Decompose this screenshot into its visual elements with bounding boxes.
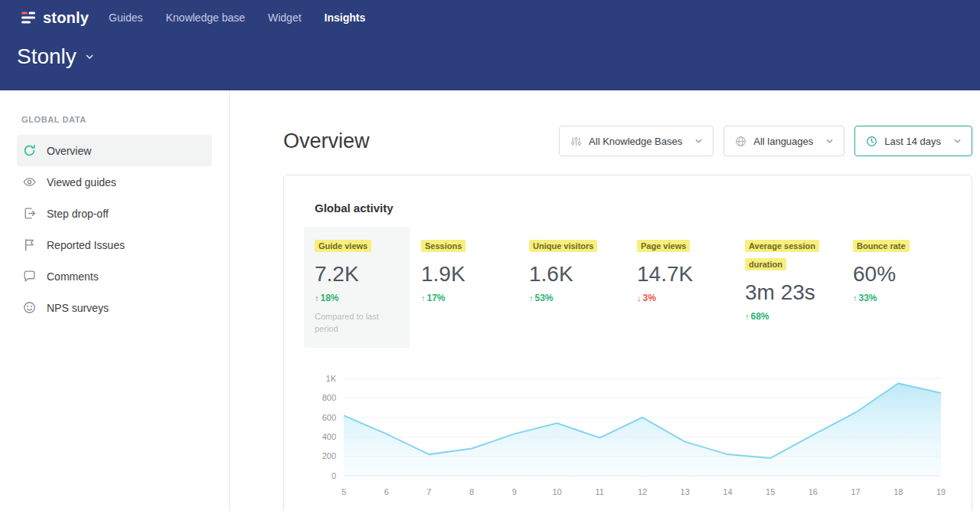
chart-plot-area: 5678910111213141516171819 — [344, 374, 941, 501]
metric-label: Bounce rate — [853, 240, 910, 252]
x-tick-label: 13 — [681, 487, 690, 496]
sidebar-item-step-drop-off[interactable]: Step drop-off — [17, 198, 212, 229]
metric-value: 7.2K — [315, 262, 399, 287]
x-tick-label: 16 — [808, 487, 818, 496]
eye-icon — [23, 175, 36, 188]
activity-chart-block: 02004006008001K 567891011121314151617181… — [315, 374, 941, 501]
sidebar-item-viewed-guides[interactable]: Viewed guides — [17, 166, 212, 198]
metric-change: ↑53% — [529, 293, 615, 303]
x-tick-label: 14 — [723, 487, 732, 496]
globe-icon — [735, 136, 746, 147]
x-tick-label: 10 — [552, 487, 561, 496]
activity-icon — [23, 144, 36, 157]
nav-item-guides[interactable]: Guides — [109, 11, 142, 24]
y-tick-label: 1K — [326, 374, 336, 383]
sidebar-item-nps-surveys[interactable]: NPS surveys — [17, 292, 212, 323]
sidebar-section-label: GLOBAL DATA — [21, 115, 229, 124]
metric-label: Sessions — [421, 240, 466, 252]
arrow-up-icon: ↑ — [421, 293, 426, 303]
metric-label: Unique visitors — [529, 240, 597, 252]
x-tick-label: 17 — [851, 487, 860, 496]
knowledge-bases-dropdown[interactable]: All Knowledge Bases — [559, 126, 714, 156]
x-tick-label: 18 — [893, 487, 903, 496]
date-range-dropdown[interactable]: Last 14 days — [854, 126, 972, 156]
sidebar-item-reported-issues[interactable]: Reported Issues — [17, 229, 212, 260]
y-tick-label: 800 — [322, 393, 336, 402]
comment-icon — [23, 270, 36, 283]
x-tick-label: 11 — [596, 487, 604, 496]
metric-bounce-rate[interactable]: Bounce rate 60% ↑33% — [853, 236, 939, 303]
x-tick-label: 9 — [512, 487, 517, 496]
metric-label: Page views — [637, 240, 690, 252]
metric-average-session-duration[interactable]: Average session duration 3m 23s ↑68% — [745, 236, 831, 322]
metric-change: ↓3% — [637, 293, 723, 303]
sidebar-item-label: NPS surveys — [47, 302, 109, 314]
y-tick-label: 200 — [322, 451, 336, 460]
logo-text: stonly — [43, 9, 89, 27]
metric-value: 14.7K — [637, 262, 723, 287]
stonly-logo[interactable]: stonly — [20, 9, 89, 27]
top-nav: Guides Knowledge base Widget Insights — [109, 11, 365, 24]
arrow-down-icon: ↓ — [637, 293, 642, 303]
x-tick-label: 12 — [638, 487, 647, 496]
flag-icon — [23, 238, 36, 251]
sidebar-item-overview[interactable]: Overview — [17, 135, 212, 166]
arrow-up-icon: ↑ — [853, 293, 858, 303]
metric-guide-views[interactable]: Guide views 7.2K ↑18% Compared to last p… — [304, 227, 410, 348]
chevron-down-icon — [86, 54, 93, 59]
y-tick-label: 400 — [322, 432, 336, 441]
chevron-down-icon — [954, 139, 961, 143]
x-tick-label: 15 — [766, 487, 775, 496]
languages-dropdown[interactable]: All languages — [724, 126, 844, 156]
x-tick-label: 7 — [426, 487, 431, 496]
metric-value: 1.9K — [421, 262, 507, 287]
arrow-up-icon: ↑ — [529, 293, 534, 303]
x-tick-label: 6 — [384, 487, 389, 496]
global-activity-card: Global activity Guide views 7.2K ↑18% Co… — [283, 175, 972, 511]
nav-item-widget[interactable]: Widget — [268, 11, 302, 24]
metric-note: Compared to last period — [315, 311, 399, 336]
languages-value: All languages — [753, 136, 813, 147]
chevron-down-icon — [826, 139, 833, 143]
metric-sessions[interactable]: Sessions 1.9K ↑17% — [421, 236, 507, 303]
workspace-selector[interactable]: Stonly — [0, 32, 980, 69]
knowledge-bases-value: All Knowledge Bases — [589, 136, 682, 147]
filters: All Knowledge Bases All languages Last 1… — [559, 126, 972, 156]
activity-chart — [344, 374, 941, 477]
metric-page-views[interactable]: Page views 14.7K ↓3% — [637, 236, 723, 303]
metric-label: Average session duration — [745, 240, 819, 270]
y-tick-label: 0 — [332, 471, 336, 480]
sidebar-item-label: Comments — [47, 270, 99, 283]
top-header: stonly Guides Knowledge base Widget Insi… — [0, 0, 980, 90]
metric-change: ↑33% — [853, 293, 939, 303]
metric-unique-visitors[interactable]: Unique visitors 1.6K ↑53% — [529, 236, 615, 303]
sidebar-item-label: Step drop-off — [47, 208, 109, 220]
chevron-down-icon — [695, 139, 702, 143]
date-range-value: Last 14 days — [884, 136, 941, 147]
y-tick-label: 600 — [322, 413, 336, 422]
metric-value: 3m 23s — [745, 280, 831, 305]
sidebar-item-comments[interactable]: Comments — [17, 260, 212, 292]
sidebar: GLOBAL DATA Overview Viewed guides Step … — [0, 90, 230, 511]
page-title: Overview — [283, 129, 370, 153]
metric-change: ↑17% — [421, 293, 507, 303]
nav-item-knowledge-base[interactable]: Knowledge base — [165, 11, 245, 24]
smiley-icon — [23, 301, 36, 314]
sidebar-item-label: Overview — [47, 145, 91, 157]
y-axis-labels: 02004006008001K — [315, 374, 344, 477]
metric-change: ↑18% — [315, 293, 399, 303]
workspace-title: Stonly — [17, 44, 77, 69]
clock-icon — [866, 136, 877, 147]
stonly-logo-icon — [20, 9, 37, 26]
x-axis-labels: 5678910111213141516171819 — [344, 477, 941, 501]
metric-value: 60% — [853, 262, 939, 287]
arrow-up-icon: ↑ — [745, 312, 750, 321]
card-title: Global activity — [315, 201, 941, 215]
sliders-icon — [570, 136, 582, 147]
sidebar-item-label: Viewed guides — [47, 176, 116, 188]
metric-label: Guide views — [315, 240, 371, 252]
nav-item-insights[interactable]: Insights — [325, 11, 366, 24]
metric-change: ↑68% — [745, 311, 831, 322]
sidebar-item-label: Reported Issues — [47, 239, 125, 251]
main-content: Overview All Knowledge Bases All languag… — [230, 90, 980, 511]
